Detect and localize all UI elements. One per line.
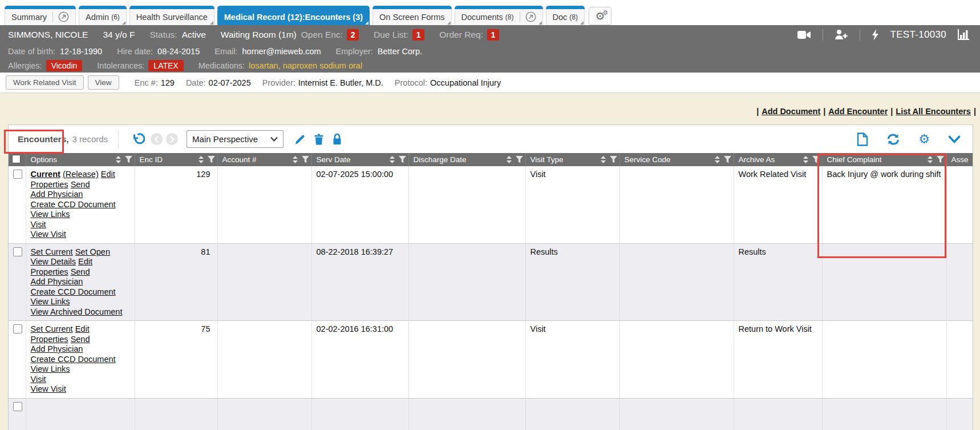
filter-icon[interactable] <box>937 156 944 163</box>
option-link[interactable]: Send <box>71 267 90 276</box>
tab-medical-record[interactable]: Medical Record (12):Encounters (3) <box>217 8 370 25</box>
add-encounter-link[interactable]: Add Encounter <box>828 107 888 116</box>
filter-icon[interactable] <box>610 156 617 163</box>
col-header-assessments[interactable]: Asse <box>946 153 973 166</box>
delete-trash-icon[interactable] <box>314 134 324 145</box>
option-link[interactable]: View Links <box>31 297 70 306</box>
next-page-icon[interactable] <box>166 133 178 145</box>
perspective-select[interactable]: Main Perspective <box>187 130 284 148</box>
sort-icon[interactable] <box>507 156 512 163</box>
option-link[interactable]: Add Physician <box>31 277 83 286</box>
col-header-service-code[interactable]: Service Code <box>619 153 734 166</box>
tab-on-screen-forms[interactable]: On Screen Forms <box>372 8 451 25</box>
sort-icon[interactable] <box>715 156 720 163</box>
tab-settings-gears-icon[interactable]: ⚙ ⚙ <box>589 7 612 25</box>
lightning-icon[interactable] <box>872 29 879 41</box>
option-link[interactable]: Create CCD Document <box>31 355 116 364</box>
tab-documents[interactable]: Documents (8) <box>455 8 543 25</box>
option-link[interactable]: Edit <box>78 257 92 266</box>
tab-admin[interactable]: Admin (6) <box>79 8 127 25</box>
col-header-account[interactable]: Account # <box>217 153 311 166</box>
due-list-badge[interactable]: 1 <box>412 29 424 41</box>
col-header-discharge-date[interactable]: Discharge Date <box>408 153 525 166</box>
filter-icon[interactable] <box>724 156 731 163</box>
lock-icon[interactable] <box>332 133 342 145</box>
filter-icon[interactable] <box>302 156 309 163</box>
option-link[interactable]: Edit <box>101 170 115 179</box>
video-camera-icon[interactable] <box>797 30 811 40</box>
collapse-chevron-icon[interactable] <box>948 135 961 144</box>
filter-icon[interactable] <box>208 156 215 163</box>
option-link[interactable]: (Release) <box>63 170 99 179</box>
col-header-visit-type[interactable]: Visit Type <box>525 153 619 166</box>
list-all-encounters-link[interactable]: List All Encounters <box>896 107 971 116</box>
refresh-icon[interactable] <box>886 133 900 146</box>
bar-chart-icon[interactable] <box>958 29 969 40</box>
medications-value[interactable]: losartan, naproxen sodium oral <box>249 61 362 70</box>
undo-icon[interactable] <box>132 132 145 146</box>
sort-icon[interactable] <box>199 156 204 163</box>
option-link[interactable]: Edit <box>75 324 90 333</box>
option-link[interactable]: View Links <box>31 364 70 373</box>
col-header-chief-complaint[interactable]: Chief Complaint <box>822 153 946 166</box>
add-person-icon[interactable] <box>835 29 848 40</box>
work-related-visit-button[interactable]: Work Related Visit <box>6 75 84 90</box>
filter-icon[interactable] <box>812 156 820 163</box>
sort-icon[interactable] <box>803 156 808 163</box>
option-link[interactable]: Send <box>71 180 90 189</box>
intolerance-chip[interactable]: LATEX <box>148 60 183 71</box>
row-select-cell[interactable] <box>9 398 26 430</box>
sort-icon[interactable] <box>928 156 933 163</box>
tab-health-surveillance[interactable]: Health Surveillance <box>129 8 214 25</box>
tab-doc[interactable]: Doc (8) <box>546 8 585 25</box>
open-enc-badge[interactable]: 2 <box>347 29 359 41</box>
option-link[interactable]: Create CCD Document <box>31 200 116 209</box>
option-link[interactable]: Properties <box>31 267 68 276</box>
option-link[interactable]: Create CCD Document <box>31 287 116 296</box>
col-header-archive-as[interactable]: Archive As <box>734 153 822 166</box>
option-link[interactable]: View Visit <box>31 384 66 393</box>
grid-settings-gear-icon[interactable]: ⚙ <box>918 133 930 146</box>
order-req-badge[interactable]: 1 <box>487 29 499 41</box>
option-link[interactable]: View Visit <box>31 230 66 239</box>
option-link[interactable]: Set Open <box>75 247 110 256</box>
sort-icon[interactable] <box>293 156 298 163</box>
option-link[interactable]: Set Current <box>31 247 73 256</box>
option-link[interactable]: View Links <box>31 210 70 219</box>
option-link[interactable]: View Archived Document <box>31 307 123 316</box>
option-link[interactable]: Properties <box>31 180 68 189</box>
row-checkbox[interactable] <box>13 402 22 411</box>
option-link[interactable]: Add Physician <box>31 344 83 353</box>
col-header-serv-date[interactable]: Serv Date <box>311 153 408 166</box>
option-link[interactable]: Visit <box>31 375 46 384</box>
new-document-icon[interactable] <box>857 132 868 146</box>
option-link[interactable]: Set Current <box>31 324 73 333</box>
row-select-cell[interactable] <box>9 243 26 321</box>
sort-icon[interactable] <box>116 156 121 163</box>
option-link[interactable]: Current <box>31 170 60 179</box>
popout-icon[interactable] <box>520 11 536 22</box>
option-link[interactable]: Add Physician <box>31 190 83 199</box>
option-link[interactable]: Visit <box>31 220 46 229</box>
filter-icon[interactable] <box>399 156 406 163</box>
option-link[interactable]: Properties <box>31 335 68 344</box>
view-button[interactable]: View <box>88 75 119 90</box>
sort-icon[interactable] <box>601 156 606 163</box>
add-document-link[interactable]: Add Document <box>762 107 820 116</box>
tab-summary[interactable]: Summary <box>5 8 76 25</box>
filter-icon[interactable] <box>125 156 132 163</box>
row-checkbox[interactable] <box>13 170 22 179</box>
popout-icon[interactable] <box>52 11 69 22</box>
sort-icon[interactable] <box>390 156 395 163</box>
col-header-options[interactable]: Options <box>26 153 135 166</box>
edit-pencil-icon[interactable] <box>294 134 306 145</box>
select-all-header[interactable] <box>9 153 26 166</box>
option-link[interactable]: View Details <box>31 257 76 266</box>
col-header-enc-id[interactable]: Enc ID <box>135 153 217 166</box>
prev-page-icon[interactable] <box>151 133 163 145</box>
select-all-checkbox[interactable] <box>12 155 21 163</box>
row-select-cell[interactable] <box>9 321 26 399</box>
option-link[interactable]: Send <box>71 335 90 344</box>
row-checkbox[interactable] <box>13 324 22 333</box>
allergy-chip[interactable]: Vicodin <box>46 60 83 71</box>
